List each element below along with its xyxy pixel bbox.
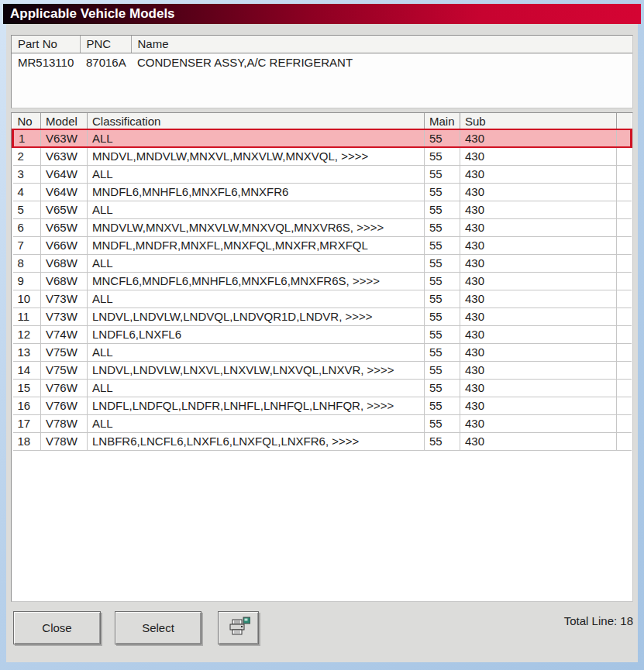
table-row[interactable]: 17V78WALL55430: [13, 414, 632, 432]
cell-sub: 430: [460, 379, 617, 397]
cell-main: 55: [425, 129, 460, 147]
cell-main: 55: [425, 343, 460, 361]
cell-sub: 430: [460, 218, 617, 236]
cell-no: 11: [13, 308, 41, 325]
cell-extra: [617, 414, 632, 432]
cell-extra: [617, 236, 632, 254]
cell-sub: 430: [460, 129, 617, 147]
cell-main: 55: [425, 414, 460, 432]
main-header: Main: [425, 113, 460, 129]
cell-main: 55: [425, 397, 460, 414]
cell-no: 4: [13, 183, 41, 201]
cell-extra: [617, 254, 632, 272]
cell-sub: 430: [460, 236, 617, 254]
table-row[interactable]: 9V68WMNCFL6,MNDFL6,MNHFL6,MNXFL6,MNXFR6S…: [13, 272, 632, 290]
part-no-header: Part No: [12, 36, 80, 53]
window-titlebar: Applicable Vehicle Models: [3, 4, 641, 24]
table-row[interactable]: 2V63WMNDVL,MNDVLW,MNXVL,MNXVLW,MNXVQL, >…: [13, 147, 632, 165]
cell-model: V75W: [41, 361, 88, 379]
cell-extra: [617, 129, 632, 147]
cell-extra: [617, 272, 632, 290]
cell-model: V65W: [41, 218, 88, 236]
table-row[interactable]: 10V73WALL55430: [13, 290, 632, 308]
cell-model: V76W: [41, 397, 88, 414]
cell-no: 6: [13, 218, 41, 236]
cell-classification: MNDVL,MNDVLW,MNXVL,MNXVLW,MNXVQL, >>>>: [88, 147, 425, 165]
cell-sub: 430: [460, 361, 617, 379]
table-row[interactable]: 3V64WALL55430: [13, 165, 632, 183]
cell-no: 12: [13, 325, 41, 343]
cell-extra: [617, 343, 632, 361]
table-row[interactable]: 16V76WLNDFL,LNDFQL,LNDFR,LNHFL,LNHFQL,LN…: [13, 397, 632, 414]
table-row[interactable]: 15V76WALL55430: [13, 379, 632, 397]
cell-main: 55: [425, 379, 460, 397]
cell-classification: LNDVL,LNDVLW,LNDVQL,LNDVQR1D,LNDVR, >>>>: [88, 308, 425, 325]
cell-no: 10: [13, 290, 41, 308]
cell-model: V78W: [41, 414, 88, 432]
cell-main: 55: [425, 183, 460, 201]
cell-classification: ALL: [88, 414, 425, 432]
cell-model: V63W: [41, 129, 88, 147]
cell-main: 55: [425, 308, 460, 325]
extra-header: [617, 113, 632, 129]
table-row[interactable]: 12V74WLNDFL6,LNXFL655430: [13, 325, 632, 343]
pnc-header: PNC: [80, 36, 131, 53]
cell-classification: LNDFL,LNDFQL,LNDFR,LNHFL,LNHFQL,LNHFQR, …: [88, 397, 425, 414]
cell-model: V73W: [41, 308, 88, 325]
table-row[interactable]: 11V73WLNDVL,LNDVLW,LNDVQL,LNDVQR1D,LNDVR…: [13, 308, 632, 325]
cell-model: V68W: [41, 272, 88, 290]
cell-main: 55: [425, 432, 460, 450]
cell-no: 3: [13, 165, 41, 183]
cell-model: V64W: [41, 183, 88, 201]
table-row[interactable]: 14V75WLNDVL,LNDVLW,LNXVL,LNXVLW,LNXVQL,L…: [13, 361, 632, 379]
cell-sub: 430: [460, 165, 617, 183]
cell-main: 55: [425, 165, 460, 183]
part-no-value: MR513110: [12, 53, 80, 71]
cell-sub: 430: [460, 272, 617, 290]
cell-sub: 430: [460, 147, 617, 165]
cell-main: 55: [425, 147, 460, 165]
cell-extra: [617, 397, 632, 414]
cell-model: V73W: [41, 290, 88, 308]
table-row[interactable]: 13V75WALL55430: [13, 343, 632, 361]
cell-main: 55: [425, 290, 460, 308]
select-button[interactable]: Select: [115, 611, 201, 644]
cell-no: 13: [13, 343, 41, 361]
cell-extra: [617, 147, 632, 165]
cell-model: V78W: [41, 432, 88, 450]
cell-extra: [617, 432, 632, 450]
models-table-body: 1V63WALL554302V63WMNDVL,MNDVLW,MNXVL,MNX…: [13, 129, 632, 450]
cell-main: 55: [425, 236, 460, 254]
cell-no: 8: [13, 254, 41, 272]
cell-no: 18: [13, 432, 41, 450]
table-row[interactable]: 8V68WALL55430: [13, 254, 632, 272]
cell-sub: 430: [460, 414, 617, 432]
table-row[interactable]: 1V63WALL55430: [13, 129, 632, 147]
close-button[interactable]: Close: [13, 611, 101, 644]
cell-extra: [617, 201, 632, 218]
table-row[interactable]: 18V78WLNBFR6,LNCFL6,LNXFL6,LNXFQL,LNXFR6…: [13, 432, 632, 450]
printer-icon: [227, 617, 250, 639]
cell-no: 1: [13, 129, 41, 147]
table-row[interactable]: 6V65WMNDVLW,MNXVL,MNXVLW,MNXVQL,MNXVR6S,…: [13, 218, 632, 236]
print-button[interactable]: [218, 611, 259, 644]
cell-no: 14: [13, 361, 41, 379]
cell-model: V75W: [41, 343, 88, 361]
app-root: { "title": "Applicable Vehicle Models", …: [0, 0, 644, 670]
table-row[interactable]: 5V65WALL55430: [13, 201, 632, 218]
cell-model: V68W: [41, 254, 88, 272]
cell-model: V74W: [41, 325, 88, 343]
cell-main: 55: [425, 272, 460, 290]
cell-extra: [617, 325, 632, 343]
table-row[interactable]: 4V64WMNDFL6,MNHFL6,MNXFL6,MNXFR655430: [13, 183, 632, 201]
part-info-header-row: Part No PNC Name: [12, 36, 632, 53]
cell-main: 55: [425, 218, 460, 236]
cell-sub: 430: [460, 183, 617, 201]
table-row[interactable]: 7V66WMNDFL,MNDFR,MNXFL,MNXFQL,MNXFR,MRXF…: [13, 236, 632, 254]
cell-model: V64W: [41, 165, 88, 183]
cell-main: 55: [425, 325, 460, 343]
models-table: No Model Classification Main Sub 1V63WAL…: [11, 112, 633, 602]
cell-classification: ALL: [88, 290, 425, 308]
cell-classification: LNDFL6,LNXFL6: [88, 325, 425, 343]
cell-extra: [617, 290, 632, 308]
